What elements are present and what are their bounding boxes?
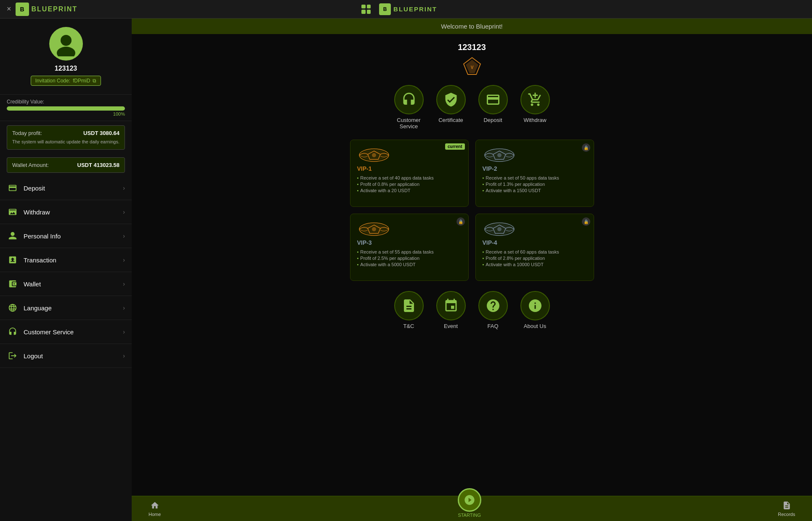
nav-records[interactable]: Records xyxy=(778,500,795,517)
withdraw-icon xyxy=(7,206,19,218)
menu-arrow-language: › xyxy=(123,304,125,311)
vip-feature: Receive a set of 60 apps data tasks xyxy=(483,249,587,254)
credibility-fill xyxy=(7,106,125,111)
center-logo-icon: B xyxy=(379,3,391,15)
vip-card-vip2[interactable]: 🔒 VIP-2 Receive a set of 50 apps data ta… xyxy=(475,140,594,207)
bottom-icon-circle-tnc xyxy=(394,291,424,320)
menu-arrow-withdraw: › xyxy=(123,209,125,215)
vip-card-vip3[interactable]: 🔒 VIP-3 Receive a set of 55 apps data ta… xyxy=(350,214,469,281)
action-deposit[interactable]: Deposit xyxy=(478,85,508,130)
sidebar: 123123 Invitation Code: fDPmiD ⧉ Credibi… xyxy=(0,19,132,521)
action-customer-service[interactable]: CustomerService xyxy=(394,85,424,130)
main-layout: 123123 Invitation Code: fDPmiD ⧉ Credibi… xyxy=(0,19,812,521)
nav-starting[interactable]: STARTING xyxy=(458,500,481,518)
vip-features-vip4: Receive a set of 60 apps data tasksProfi… xyxy=(483,249,587,267)
logo: B BLUEPRINT xyxy=(16,3,78,16)
bottom-event[interactable]: Event xyxy=(436,291,466,329)
vip1-emblem xyxy=(357,147,391,164)
vip-grid: current VIP-1 Receive a set of 40 apps d… xyxy=(350,140,594,281)
copy-icon[interactable]: ⧉ xyxy=(93,78,96,84)
logout-icon xyxy=(7,350,19,362)
sidebar-item-label-language: Language xyxy=(24,304,123,312)
action-certificate[interactable]: Certificate xyxy=(436,85,466,130)
invitation-code-label: Invitation Code: xyxy=(35,78,70,84)
svg-point-16 xyxy=(497,227,502,231)
profit-note: The system will automatic update the dai… xyxy=(12,139,119,145)
sidebar-item-personal-info[interactable]: Personal Info › xyxy=(0,224,132,248)
sidebar-item-label-logout: Logout xyxy=(24,352,123,360)
menu-arrow-deposit: › xyxy=(123,185,125,191)
profit-row: Today profit: USDT 3080.64 xyxy=(12,130,119,136)
top-header: × B BLUEPRINT B BLUEPRINT xyxy=(0,0,812,19)
nav-home[interactable]: Home xyxy=(149,500,161,517)
svg-point-13 xyxy=(372,227,376,231)
profit-box: Today profit: USDT 3080.64 The system wi… xyxy=(7,125,125,150)
sidebar-item-label-wallet: Wallet xyxy=(24,280,123,288)
nav-records-label: Records xyxy=(778,512,795,517)
wallet-value: USDT 413023.58 xyxy=(77,162,119,168)
action-icon-label-certificate: Certificate xyxy=(438,117,463,123)
welcome-banner: Welcome to Blueprint! xyxy=(132,19,812,34)
sidebar-item-label-transaction: Transaction xyxy=(24,257,123,264)
grid-icon[interactable] xyxy=(361,5,371,14)
action-icon-label-withdraw: Withdraw xyxy=(523,117,546,123)
wallet-icon xyxy=(7,278,19,290)
sidebar-item-withdraw[interactable]: Withdraw › xyxy=(0,200,132,224)
sidebar-item-logout[interactable]: Logout › xyxy=(0,344,132,368)
logo-icon: B xyxy=(16,3,29,16)
credibility-bar xyxy=(7,106,125,111)
action-withdraw[interactable]: Withdraw xyxy=(520,85,550,130)
bottom-icon-label-event: Event xyxy=(444,323,458,329)
svg-point-0 xyxy=(61,35,72,46)
vip-title-vip3: VIP-3 xyxy=(357,239,462,246)
starting-button[interactable] xyxy=(458,488,481,512)
menu-arrow-logout: › xyxy=(123,352,125,359)
logo-text: BLUEPRINT xyxy=(32,5,78,13)
action-icon-circle-deposit xyxy=(478,85,508,114)
sidebar-item-customer-service[interactable]: Customer Service › xyxy=(0,320,132,344)
sidebar-item-language[interactable]: Language › xyxy=(0,296,132,320)
wallet-label: Wallet Amount: xyxy=(12,162,49,168)
sidebar-item-deposit[interactable]: Deposit › xyxy=(0,176,132,200)
profile-section: 123123 Invitation Code: fDPmiD ⧉ xyxy=(0,19,132,95)
vip-feature: Profit of 2.5% per application xyxy=(357,256,462,261)
bottom-about-us[interactable]: About Us xyxy=(520,291,550,329)
lock-badge-vip4: 🔒 xyxy=(582,217,590,226)
header-center: B BLUEPRINT xyxy=(361,3,437,15)
sidebar-item-label-deposit: Deposit xyxy=(24,185,123,192)
vip3-emblem xyxy=(357,221,391,238)
lock-badge-vip2: 🔒 xyxy=(582,143,590,152)
close-button[interactable]: × xyxy=(7,5,11,13)
vip-features-vip2: Receive a set of 50 apps data tasksProfi… xyxy=(483,175,587,193)
sidebar-item-transaction[interactable]: Transaction › xyxy=(0,248,132,272)
bottom-icon-label-tnc: T&C xyxy=(403,323,414,329)
bottom-icon-circle-faq xyxy=(478,291,508,320)
vip-feature: Receive a set of 40 apps data tasks xyxy=(357,175,462,180)
records-icon xyxy=(782,500,792,510)
vip-card-vip1[interactable]: current VIP-1 Receive a set of 40 apps d… xyxy=(350,140,469,207)
vip-feature: Activate with a 5000 USDT xyxy=(357,262,462,267)
credibility-label: Credibility Value: xyxy=(7,99,125,105)
customer-service-icon xyxy=(7,326,19,338)
vip-feature: Activate with a 20 USDT xyxy=(357,188,462,193)
bottom-icon-label-about-us: About Us xyxy=(524,323,546,329)
vip-card-vip4[interactable]: 🔒 VIP-4 Receive a set of 60 apps data ta… xyxy=(475,214,594,281)
bottom-tnc[interactable]: T&C xyxy=(394,291,424,329)
action-icon-circle-certificate xyxy=(436,85,466,114)
bottom-icons-row: T&C Event FAQ About Us xyxy=(394,291,550,329)
sidebar-item-wallet[interactable]: Wallet › xyxy=(0,272,132,296)
personal-info-icon xyxy=(7,230,19,242)
action-icon-circle-customer-service xyxy=(394,85,424,114)
starting-label: STARTING xyxy=(458,513,481,518)
sidebar-item-label-withdraw: Withdraw xyxy=(24,209,123,216)
bottom-icon-label-faq: FAQ xyxy=(487,323,498,329)
lock-badge-vip3: 🔒 xyxy=(456,217,465,226)
current-badge: current xyxy=(445,143,464,150)
bottom-faq[interactable]: FAQ xyxy=(478,291,508,329)
profit-value: USDT 3080.64 xyxy=(83,130,119,136)
transaction-icon xyxy=(7,254,19,266)
center-logo: B BLUEPRINT xyxy=(379,3,437,15)
center-logo-text: BLUEPRINT xyxy=(393,5,437,13)
vip-feature: Activate with a 1500 USDT xyxy=(483,188,587,193)
home-icon xyxy=(150,500,160,510)
